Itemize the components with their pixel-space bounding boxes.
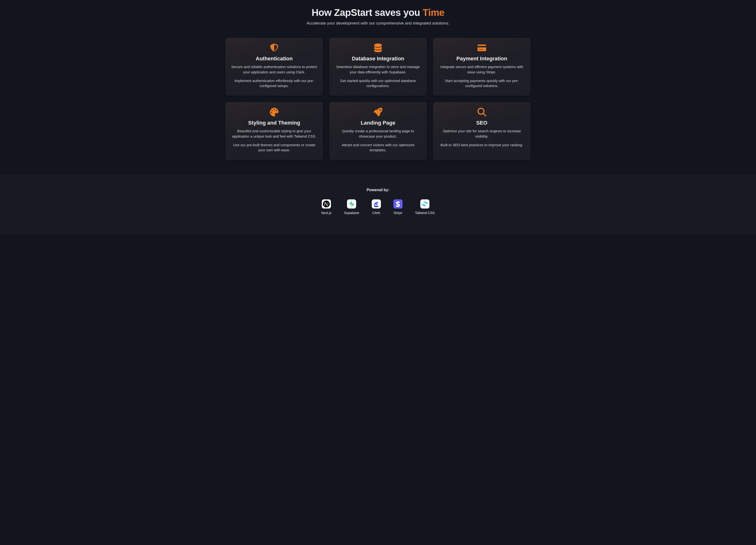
card-desc: Seamless database integration to store a… bbox=[335, 64, 421, 75]
stripe-icon bbox=[393, 199, 403, 208]
feature-card-styling: Styling and Theming Beautiful and custom… bbox=[225, 102, 323, 160]
card-title: SEO bbox=[438, 120, 525, 126]
page-subheading: Accelerate your development with our com… bbox=[225, 21, 531, 26]
card-title: Authentication bbox=[231, 56, 318, 62]
tech-item-clerk: Clerk bbox=[372, 199, 381, 215]
tech-label: Supabase bbox=[344, 211, 359, 215]
rocket-icon bbox=[374, 108, 382, 116]
feature-card-seo: SEO Optimize your site for search engine… bbox=[433, 102, 531, 160]
feature-card-database: Database Integration Seamless database i… bbox=[329, 38, 427, 96]
card-desc: Use our pre-built themes and components … bbox=[231, 142, 318, 153]
tech-item-stripe: Stripe bbox=[393, 199, 403, 215]
credit-card-icon bbox=[477, 44, 486, 52]
card-title: Database Integration bbox=[335, 56, 421, 62]
powered-by-title: Powered by: bbox=[5, 188, 751, 192]
card-desc: Built-in SEO best practices to improve y… bbox=[438, 142, 525, 148]
heading-accent: Time bbox=[423, 7, 445, 18]
palette-icon bbox=[270, 108, 279, 116]
nextjs-icon bbox=[322, 199, 331, 208]
tech-item-supabase: Supabase bbox=[344, 199, 359, 215]
card-desc: Integrate secure and efficient payment s… bbox=[438, 64, 525, 75]
tech-row: Next.js Supabase Clerk Stripe Tailwind C bbox=[5, 199, 751, 215]
tailwind-icon bbox=[420, 199, 429, 208]
tech-item-tailwind: Tailwind CSS bbox=[415, 199, 435, 215]
svg-point-4 bbox=[375, 203, 378, 205]
database-icon bbox=[374, 44, 382, 52]
card-desc: Attract and convert visitors with our op… bbox=[335, 142, 421, 153]
heading-prefix: How ZapStart saves you bbox=[312, 7, 423, 18]
feature-card-payment: Payment Integration Integrate secure and… bbox=[433, 38, 531, 96]
card-desc: Implement authentication effortlessly wi… bbox=[231, 78, 318, 89]
clerk-icon bbox=[372, 199, 381, 208]
card-title: Payment Integration bbox=[438, 56, 525, 62]
tech-label: Tailwind CSS bbox=[415, 211, 435, 215]
powered-by-section: Powered by: Next.js Supabase Clerk Strip… bbox=[0, 174, 756, 234]
card-desc: Start accepting payments quickly with ou… bbox=[438, 78, 525, 89]
card-title: Landing Page bbox=[335, 120, 421, 126]
card-desc: Optimize your site for search engines to… bbox=[438, 128, 525, 139]
feature-grid: Authentication Secure and reliable authe… bbox=[225, 38, 531, 160]
card-desc: Secure and reliable authentication solut… bbox=[231, 64, 318, 75]
search-icon bbox=[477, 108, 486, 116]
card-desc: Quickly create a professional landing pa… bbox=[335, 128, 421, 139]
card-desc: Beautiful and customizable styling to gi… bbox=[231, 128, 318, 139]
shield-icon bbox=[270, 44, 279, 52]
feature-card-landing: Landing Page Quickly create a profession… bbox=[329, 102, 427, 160]
tech-item-nextjs: Next.js bbox=[321, 199, 332, 215]
page-heading: How ZapStart saves you Time bbox=[225, 7, 531, 18]
supabase-icon bbox=[347, 199, 356, 208]
card-title: Styling and Theming bbox=[231, 120, 318, 126]
feature-card-authentication: Authentication Secure and reliable authe… bbox=[225, 38, 323, 96]
tech-label: Next.js bbox=[321, 211, 332, 215]
card-desc: Get started quickly with our optimized d… bbox=[335, 78, 421, 89]
tech-label: Stripe bbox=[393, 211, 402, 215]
tech-label: Clerk bbox=[372, 211, 380, 215]
svg-rect-6 bbox=[420, 199, 429, 208]
